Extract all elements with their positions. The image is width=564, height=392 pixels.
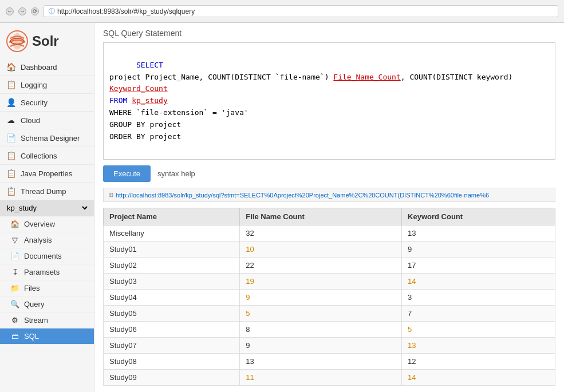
cell-keyword-count: 3 bbox=[402, 290, 555, 306]
cell-project: Study06 bbox=[104, 322, 240, 338]
sidebar-sub-item-overview[interactable]: 🏠 Overview bbox=[0, 216, 94, 232]
col-project-name: Project Name bbox=[104, 208, 240, 225]
sidebar-label-java: Java Properties bbox=[21, 169, 72, 178]
table-row: Study01109 bbox=[104, 241, 555, 258]
table-row: Study07913 bbox=[104, 338, 555, 354]
sidebar-item-logging[interactable]: 📋 Logging bbox=[0, 76, 94, 94]
table-header-row: Project Name File Name Count Keyword Cou… bbox=[104, 208, 555, 225]
cell-project: Study09 bbox=[104, 370, 240, 386]
cell-file-count: 13 bbox=[240, 354, 402, 370]
paramsets-icon: ↧ bbox=[10, 268, 19, 276]
table-row: Study0493 bbox=[104, 290, 555, 306]
sidebar-sub-item-stream[interactable]: ⚙ Stream bbox=[0, 312, 94, 328]
file-name-count-link[interactable]: File_Name_Count bbox=[333, 73, 400, 81]
cell-project: Study07 bbox=[104, 338, 240, 354]
query-order: ORDER BY project bbox=[109, 132, 181, 141]
execute-button[interactable]: Execute bbox=[103, 165, 151, 182]
url-icon: ⊞ bbox=[108, 191, 113, 199]
sidebar-item-java-properties[interactable]: 📋 Java Properties bbox=[0, 165, 94, 183]
sidebar-label-security: Security bbox=[21, 98, 48, 107]
sidebar-item-schema-designer[interactable]: 📄 Schema Designer bbox=[0, 129, 94, 147]
cell-file-count: 9 bbox=[240, 290, 402, 306]
keyword-count-link[interactable]: Keyword_Count bbox=[109, 84, 168, 93]
sidebar-sub-label-paramsets: Paramsets bbox=[24, 268, 60, 276]
sidebar-label-thread: Thread Dump bbox=[21, 187, 66, 196]
cell-keyword-count: 12 bbox=[402, 354, 555, 370]
collection-dropdown[interactable]: kp_study bbox=[5, 203, 89, 213]
table-row: Study031914 bbox=[104, 274, 555, 290]
table-head: Project Name File Name Count Keyword Cou… bbox=[104, 208, 555, 225]
solr-logo: Solr bbox=[0, 23, 94, 58]
sidebar: Solr 🏠 Dashboard 📋 Logging 👤 Security ☁ … bbox=[0, 23, 94, 392]
kp-study-link[interactable]: kp_study bbox=[132, 96, 168, 105]
cell-project: Study05 bbox=[104, 306, 240, 322]
sidebar-sub-label-stream: Stream bbox=[24, 316, 48, 324]
cell-keyword-count: 9 bbox=[402, 241, 555, 258]
sidebar-sub-item-analysis[interactable]: ▽ Analysis bbox=[0, 232, 94, 248]
lock-icon: ⓘ bbox=[49, 7, 55, 15]
cell-file-count: 19 bbox=[240, 274, 402, 290]
forward-button[interactable]: → bbox=[18, 7, 26, 15]
sidebar-label-collections: Collections bbox=[21, 152, 57, 160]
sidebar-label-dashboard: Dashboard bbox=[21, 63, 57, 72]
query-where: WHERE `file-extension` = 'java' bbox=[109, 108, 249, 117]
sidebar-sub-item-paramsets[interactable]: ↧ Paramsets bbox=[0, 264, 94, 280]
sidebar-item-thread-dump[interactable]: 📋 Thread Dump bbox=[0, 183, 94, 200]
cell-project: Study03 bbox=[104, 274, 240, 290]
sidebar-item-cloud[interactable]: ☁ Cloud bbox=[0, 112, 94, 129]
table-row: Miscellany3213 bbox=[104, 225, 555, 241]
sidebar-sub-label-sql: SQL bbox=[24, 332, 39, 340]
cell-file-count: 32 bbox=[240, 225, 402, 241]
main-content: SQL Query Statement SELECT project Proje… bbox=[94, 23, 564, 392]
cell-keyword-count: 13 bbox=[402, 338, 555, 354]
table-row: Study081312 bbox=[104, 354, 555, 370]
sidebar-item-collections[interactable]: 📋 Collections bbox=[0, 147, 94, 165]
logging-icon: 📋 bbox=[6, 80, 16, 89]
query-comma: , COUNT(DISTINCT keyword) bbox=[401, 73, 518, 81]
cell-keyword-count: 14 bbox=[402, 274, 555, 290]
sidebar-sub-label-query: Query bbox=[24, 300, 44, 308]
solr-logo-icon bbox=[6, 30, 29, 53]
sidebar-sub-item-documents[interactable]: 📄 Documents bbox=[0, 248, 94, 264]
cell-project: Study01 bbox=[104, 241, 240, 258]
cell-file-count: 9 bbox=[240, 338, 402, 354]
cell-file-count: 22 bbox=[240, 258, 402, 274]
sidebar-sub-item-files[interactable]: 📁 Files bbox=[0, 280, 94, 296]
cell-file-count: 5 bbox=[240, 306, 402, 322]
query-group: GROUP BY project bbox=[109, 120, 181, 129]
result-url-text: http://localhost:8983/solr/kp_study/sql?… bbox=[116, 192, 489, 199]
table-row: Study0557 bbox=[104, 306, 555, 322]
address-bar[interactable]: ⓘ http://localhost:8983/solr/#/kp_study/… bbox=[44, 5, 558, 17]
col-keyword-count: Keyword Count bbox=[402, 208, 555, 225]
overview-icon: 🏠 bbox=[10, 220, 19, 228]
cell-project: Study02 bbox=[104, 258, 240, 274]
sidebar-label-cloud: Cloud bbox=[21, 116, 40, 125]
results-table: Project Name File Name Count Keyword Cou… bbox=[103, 208, 555, 386]
query-editor[interactable]: SELECT project Project_Name, COUNT(DISTI… bbox=[103, 42, 555, 160]
cell-keyword-count: 7 bbox=[402, 306, 555, 322]
documents-icon: 📄 bbox=[10, 252, 19, 260]
java-icon: 📋 bbox=[6, 169, 16, 178]
sidebar-label-logging: Logging bbox=[21, 81, 47, 89]
sidebar-item-security[interactable]: 👤 Security bbox=[0, 94, 94, 112]
back-button[interactable]: ← bbox=[6, 7, 14, 15]
result-url-bar: ⊞ http://localhost:8983/solr/kp_study/sq… bbox=[103, 188, 555, 202]
reload-button[interactable]: ⟳ bbox=[31, 7, 39, 15]
dashboard-icon: 🏠 bbox=[6, 62, 16, 72]
sidebar-sub-item-query[interactable]: 🔍 Query bbox=[0, 296, 94, 312]
from-keyword: FROM bbox=[109, 96, 132, 105]
sidebar-sub-label-documents: Documents bbox=[24, 252, 62, 260]
table-row: Study091114 bbox=[104, 370, 555, 386]
query-actions: Execute syntax help bbox=[103, 165, 555, 182]
cell-project: Study04 bbox=[104, 290, 240, 306]
browser-chrome: ← → ⟳ ⓘ http://localhost:8983/solr/#/kp_… bbox=[0, 0, 564, 23]
collection-selector[interactable]: kp_study bbox=[0, 200, 94, 216]
sidebar-item-dashboard[interactable]: 🏠 Dashboard bbox=[0, 58, 94, 76]
sidebar-sub-item-sql[interactable]: 🗃 SQL bbox=[0, 328, 94, 345]
syntax-help-link[interactable]: syntax help bbox=[157, 169, 195, 178]
collections-icon: 📋 bbox=[6, 151, 16, 160]
query-icon: 🔍 bbox=[10, 300, 19, 308]
url-text: http://localhost:8983/solr/#/kp_study/sq… bbox=[57, 7, 195, 15]
section-title: SQL Query Statement bbox=[103, 29, 555, 38]
table-row: Study0685 bbox=[104, 322, 555, 338]
